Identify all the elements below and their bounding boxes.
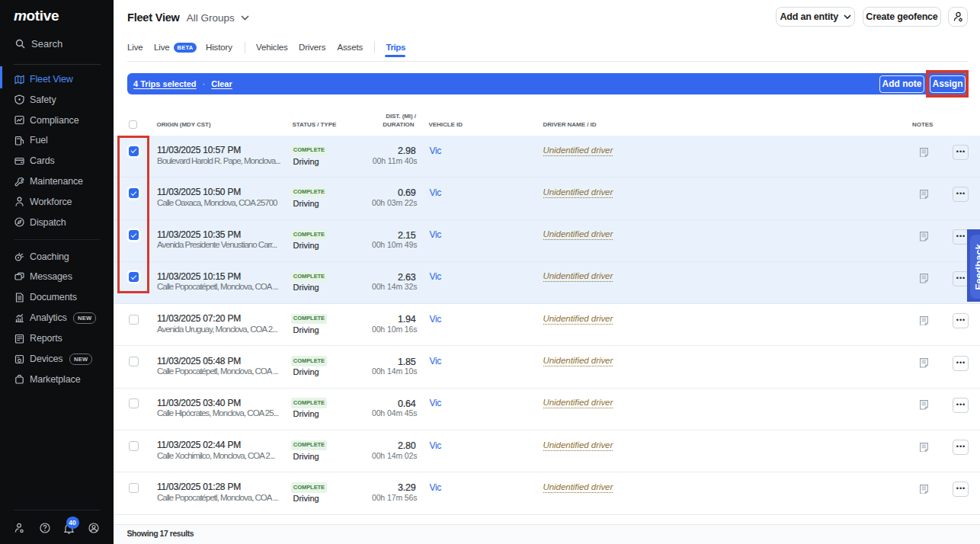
svg-text:otive: otive (27, 10, 59, 23)
svg-text:m: m (14, 10, 27, 23)
